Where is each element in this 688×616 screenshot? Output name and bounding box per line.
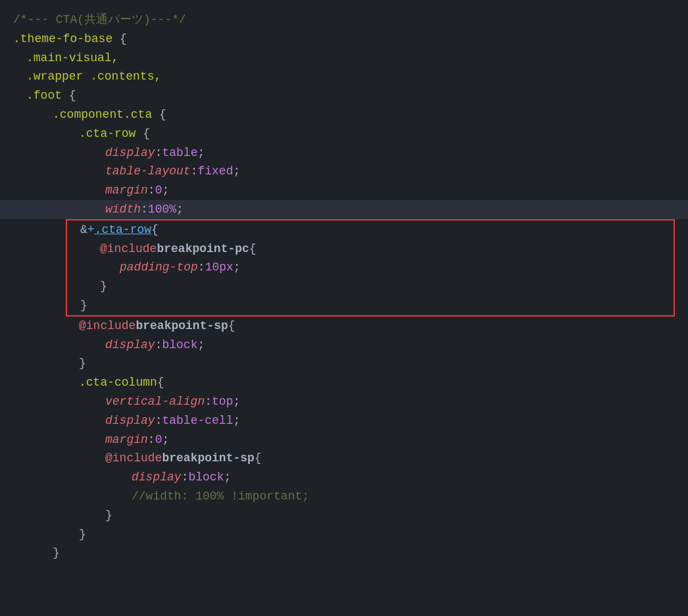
line-close-sp2: } (0, 506, 688, 525)
value-table-cell: table-cell (162, 411, 233, 430)
colon2: : (191, 162, 198, 181)
line-display-table-cell: display: table-cell; (0, 411, 688, 430)
line-cta-row: .cta-row { (0, 124, 688, 143)
line-padding-top: padding-top: 10px; (67, 258, 674, 277)
property-margin: margin (105, 181, 148, 200)
line-display-block-2: display: block; (0, 468, 688, 487)
property-padding-top: padding-top (120, 258, 198, 277)
close-brace-component: } (53, 544, 60, 563)
wrapper-contents-text: .wrapper .contents, (26, 67, 161, 86)
property-display-table-cell: display (105, 411, 155, 430)
cta-row-text: .cta-row (79, 124, 143, 143)
theme-selector-text: .theme-fo-base (13, 30, 120, 49)
value-block: block (162, 336, 197, 355)
include-keyword-sp: @include (79, 317, 135, 336)
semi3: ; (162, 181, 169, 200)
plus-symbol: + (87, 220, 95, 240)
main-visual-text: .main-visual, (26, 49, 118, 68)
line-component-cta: .component.cta { (0, 105, 688, 124)
cta-column-selector: .cta-column (79, 373, 157, 392)
property-display-block: display (105, 336, 155, 355)
line-margin: margin: 0; (0, 181, 688, 200)
colon4: : (141, 200, 148, 219)
value-zero-2: 0 (155, 430, 162, 449)
close-brace-cta-column: } (79, 525, 86, 544)
line-main-visual: .main-visual, (0, 49, 688, 68)
line-cta-column: .cta-column { (0, 373, 688, 392)
value-block-2: block (188, 468, 224, 487)
line-display-block: display: block; (0, 336, 688, 355)
value-fixed: fixed (197, 162, 233, 181)
component-cta-text: .component.cta (53, 105, 159, 124)
breakpoint-pc-value: breakpoint-pc (157, 240, 249, 259)
line-comment-width: //width: 100% !important; (0, 487, 688, 506)
brace4: { (143, 124, 150, 143)
comment-width-text: //width: 100% !important; (132, 487, 309, 506)
line-wrapper-contents: .wrapper .contents, (0, 67, 688, 86)
line-margin-2: margin: 0; (0, 430, 688, 449)
foot-text: .foot (26, 86, 69, 105)
line-close-include-pc: } (67, 277, 674, 296)
line-theme-selector: .theme-fo-base { (0, 30, 688, 49)
line-include-bp-pc: @include breakpoint-pc { (67, 240, 674, 259)
breakpoint-sp-value: breakpoint-sp (135, 317, 228, 336)
colon3: : (148, 181, 155, 200)
close-brace-pc: } (100, 277, 107, 296)
code-editor: /*--- CTA(共通パーツ)---*/ .theme-fo-base { .… (0, 0, 688, 573)
line-close-cta-column: } (0, 525, 688, 544)
line-include-bp-sp: @include breakpoint-sp { (0, 317, 688, 336)
line-amp-cta-row: & + .cta-row { (67, 220, 674, 240)
property-vertical-align: vertical-align (105, 392, 205, 411)
value-table: table (162, 143, 197, 163)
line-table-layout: table-layout: fixed; (0, 162, 688, 181)
line-close-component: } (0, 544, 688, 563)
property-display-block-2: display (132, 468, 182, 487)
brace: { (120, 30, 127, 49)
line-vertical-align: vertical-align: top; (0, 392, 688, 411)
semi1: ; (197, 143, 205, 163)
brace2: { (69, 86, 76, 105)
value-zero: 0 (155, 181, 162, 200)
value-top: top (212, 392, 233, 411)
brace3: { (159, 105, 166, 124)
colon1: : (155, 143, 162, 163)
close-brace-sp2: } (105, 506, 112, 525)
close-brace-added: } (80, 296, 87, 315)
comment-text: /*--- CTA(共通パーツ)---*/ (13, 11, 186, 30)
property-width: width (105, 200, 141, 219)
line-close-sp: } (0, 354, 688, 373)
semi2: ; (233, 162, 240, 181)
property-margin-2: margin (105, 430, 148, 449)
property-display: display (105, 143, 155, 163)
breakpoint-sp2-value: breakpoint-sp (162, 449, 254, 468)
line-width: width: 100%; (0, 200, 688, 219)
added-block: & + .cta-row { @include breakpoint-pc { … (66, 219, 675, 317)
value-100: 100% (148, 200, 176, 219)
line-comment: /*--- CTA(共通パーツ)---*/ (0, 11, 688, 30)
semi4: ; (176, 200, 184, 219)
line-display-table: display: table; (0, 143, 688, 163)
added-block-container: & + .cta-row { @include breakpoint-pc { … (66, 219, 675, 317)
amp-symbol: & (80, 220, 87, 240)
line-close-added-block: } (67, 296, 674, 315)
value-10px: 10px (205, 258, 233, 277)
include-keyword-sp2: @include (105, 449, 162, 468)
cta-row-added-selector: .cta-row (95, 220, 151, 240)
include-keyword-pc: @include (100, 240, 157, 259)
property-table-layout: table-layout (105, 162, 191, 181)
line-include-bp-sp2: @include breakpoint-sp { (0, 449, 688, 468)
line-foot: .foot { (0, 86, 688, 105)
close-brace-sp: } (79, 354, 86, 373)
